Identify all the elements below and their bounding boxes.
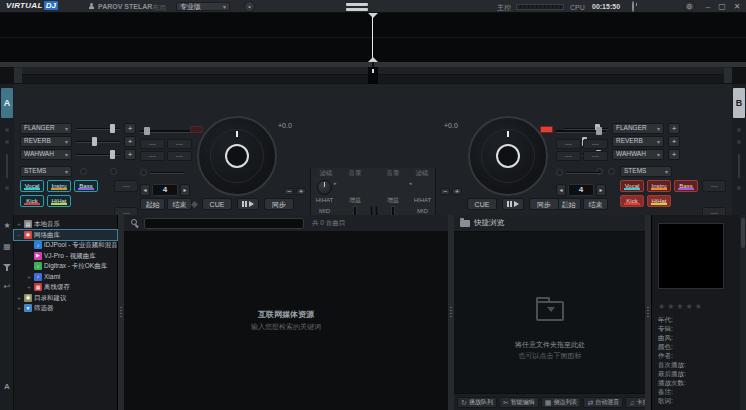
rating-stars[interactable]: ★★★★★ — [658, 303, 704, 311]
toolbar-button[interactable]: ▦ 侧边列表 — [541, 397, 582, 408]
pad[interactable] — [556, 139, 581, 149]
sync-button[interactable]: 同步 — [529, 198, 559, 210]
loop-double-button[interactable]: ▸ — [180, 184, 190, 196]
key-plus-button[interactable]: + — [296, 188, 306, 195]
deck-b-tab[interactable]: B — [733, 88, 745, 118]
jog-wheel-b[interactable] — [468, 116, 548, 196]
tempo-slider[interactable] — [556, 127, 606, 135]
settings-button[interactable]: ⚙ — [684, 1, 695, 12]
edge-slider[interactable] — [738, 154, 740, 178]
back-icon[interactable]: ↩ — [0, 283, 14, 291]
pad[interactable] — [167, 151, 192, 161]
play-pause-button[interactable] — [502, 198, 524, 210]
pad[interactable] — [583, 139, 608, 149]
expand-toggle[interactable]: + — [26, 274, 32, 280]
expand-toggle[interactable]: + — [16, 295, 22, 301]
toolbar-button[interactable]: ↻ 播放队列 — [457, 397, 497, 408]
fx-drywet-slider[interactable] — [76, 136, 120, 147]
toolbar-button[interactable]: ⇄ 自动混音 — [583, 397, 623, 408]
stem-button[interactable]: Vocal — [20, 180, 44, 192]
key-minus-button[interactable]: − — [440, 188, 450, 195]
key-plus-button[interactable]: + — [452, 188, 462, 195]
stem-pad[interactable] — [114, 180, 138, 192]
tree-item[interactable]: + ▣ 目录和建议 — [14, 293, 117, 304]
close-button[interactable]: ✕ — [731, 3, 743, 11]
fx-drywet-slider[interactable] — [76, 149, 120, 160]
minimize-button[interactable]: – — [702, 3, 714, 11]
tree-item[interactable]: ♪ Digitrax - 卡拉OK曲库 — [14, 261, 117, 272]
pad[interactable] — [140, 151, 165, 161]
loop-mini-track[interactable] — [150, 172, 184, 174]
expand-toggle[interactable]: + — [16, 221, 22, 227]
fx-activate-button[interactable]: + — [124, 136, 136, 147]
maximize-button[interactable]: ▢ — [716, 3, 728, 11]
loop-knob[interactable] — [556, 169, 563, 176]
preset-arrow-icon[interactable]: ▸ — [334, 181, 337, 186]
fx-drywet-slider[interactable] — [76, 123, 120, 134]
stem-button[interactable]: Instru — [647, 180, 671, 192]
toolbar-button[interactable]: ✂ 智能编辑 — [499, 397, 539, 408]
fx-activate-button[interactable]: + — [124, 123, 136, 134]
stems-select[interactable]: STEMS ▾ — [20, 166, 72, 177]
tree-item[interactable]: + ▼ 筛选器 — [14, 303, 117, 314]
loop-out-button[interactable]: 结束 — [583, 198, 608, 210]
search-input[interactable] — [144, 218, 304, 229]
user-account[interactable]: PAROV STELAR — [88, 3, 152, 10]
clock-icon[interactable] — [632, 1, 634, 12]
expand-toggle[interactable]: + — [16, 305, 22, 311]
loop-in-button[interactable]: 起始 — [140, 198, 165, 210]
pad[interactable] — [556, 151, 581, 161]
favorites-icon[interactable]: ★ — [0, 222, 14, 230]
tempo-slider[interactable] — [140, 127, 190, 135]
fx-activate-button[interactable]: + — [668, 136, 680, 147]
cue-button[interactable]: CUE — [467, 198, 497, 210]
preset-arrow-icon[interactable]: ◂ — [409, 181, 412, 186]
waveform-display[interactable] — [0, 13, 746, 62]
stem-button[interactable]: Bass — [74, 180, 98, 192]
history-panel-icon[interactable]: ▦ — [0, 243, 14, 251]
stem-button[interactable]: HiHat — [47, 195, 71, 207]
stems-knob[interactable] — [110, 168, 117, 175]
tree-item[interactable]: ♪ iDJPool - 专业音频和混音 — [14, 240, 117, 251]
sync-button[interactable]: 同步 — [264, 198, 294, 210]
stem-button[interactable]: Vocal — [620, 180, 644, 192]
status-icon[interactable]: • — [244, 1, 255, 12]
loop-half-button[interactable]: ◂ — [140, 184, 150, 196]
tree-item[interactable]: + ▦ 离线缓存 — [14, 282, 117, 293]
deck-a-tab[interactable]: A — [1, 88, 13, 118]
stem-button[interactable]: Kick — [620, 195, 644, 207]
edge-slider[interactable] — [6, 154, 8, 178]
fx-select[interactable]: WAHWAH ▾ — [20, 149, 72, 160]
tree-item[interactable]: + ▤ 本地音乐 — [14, 219, 117, 230]
jog-wheel-a[interactable] — [197, 116, 277, 196]
expand-toggle[interactable]: + — [26, 284, 32, 290]
tree-item[interactable]: − ◉ 网络曲库 — [14, 230, 117, 241]
stems-select[interactable]: STEMS ▾ — [620, 166, 672, 177]
cue-button[interactable]: CUE — [202, 198, 232, 210]
play-pause-button[interactable] — [237, 198, 259, 210]
layout-select[interactable]: 专业版 ▾ — [176, 2, 230, 11]
pad[interactable] — [167, 139, 192, 149]
tree-item[interactable]: ▶ VJ-Pro - 视频曲库 — [14, 251, 117, 262]
key-minus-button[interactable]: − — [284, 188, 294, 195]
expand-toggle[interactable]: − — [16, 232, 22, 238]
fx-activate-button[interactable]: + — [668, 149, 680, 160]
stem-button[interactable]: HiHat — [647, 195, 671, 207]
fx-activate-button[interactable]: + — [668, 123, 680, 134]
fx-select[interactable]: FLANGER ▾ — [612, 123, 664, 134]
stems-knob[interactable] — [80, 168, 87, 175]
scrollbar-thumb[interactable] — [741, 218, 745, 248]
stem-button[interactable]: Bass — [674, 180, 698, 192]
font-size-toggle[interactable]: A — [0, 383, 14, 391]
fx-activate-button[interactable]: + — [124, 149, 136, 160]
pad[interactable] — [583, 151, 608, 161]
loop-knob[interactable] — [140, 169, 147, 176]
loop-double-button[interactable]: ▸ — [596, 184, 606, 196]
loop-mini-track[interactable] — [566, 172, 600, 174]
fx-select[interactable]: WAHWAH ▾ — [612, 149, 664, 160]
tree-item[interactable]: + ♪ Xiami — [14, 272, 117, 283]
fx-select[interactable]: REVERB ▾ — [612, 136, 664, 147]
loop-out-button[interactable]: 结束 — [167, 198, 192, 210]
fx-select[interactable]: REVERB ▾ — [20, 136, 72, 147]
stem-button[interactable]: Instru — [47, 180, 71, 192]
